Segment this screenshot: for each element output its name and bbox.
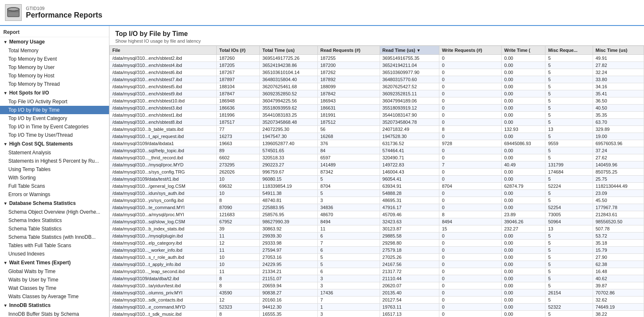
table-cell: 0 <box>439 169 502 176</box>
sidebar-item-schema-table-stats[interactable]: Schema Table Statistics <box>0 225 109 233</box>
table-cell: 273295 <box>217 161 260 169</box>
table-cell: 132.93 <box>502 126 545 133</box>
col-total-ios[interactable]: Total IOs (#) <box>217 46 260 55</box>
col-read-time[interactable]: Read Time (us) ▼ <box>380 46 439 55</box>
table-cell: 0 <box>439 240 502 247</box>
table-cell: 43590 <box>217 289 260 297</box>
report-label: Report <box>0 28 109 37</box>
table-cell: 5 <box>545 83 593 90</box>
sidebar-item-top-io-file-time[interactable]: Top I/O by File by Time <box>0 106 109 114</box>
sidebar-section-db-schema[interactable]: ▼ Database Schema Statistics <box>0 199 109 208</box>
col-read-requests[interactable]: Read Requests (#) <box>317 46 380 55</box>
sidebar-item-total-memory[interactable]: Total Memory <box>0 46 109 55</box>
sidebar-item-errors-warnings[interactable]: Errors or Warnings <box>0 190 109 199</box>
arrow-icon: ▼ <box>3 142 8 146</box>
sidebar-item-top-file-io[interactable]: Top File I/O Activity Report <box>0 97 109 106</box>
table-cell: 36480315770.60 <box>380 76 439 83</box>
sidebar-item-using-temp-tables[interactable]: Using Temp Tables <box>0 165 109 174</box>
table-cell: 0.00 <box>502 62 545 69</box>
table-cell: 36524194211.04 <box>380 62 439 69</box>
table-cell: 181991 <box>317 112 380 119</box>
table-cell: 36.50 <box>593 97 644 105</box>
sidebar-item-schema-table-stats-innodb[interactable]: Schema Table Statistics (with InnoDB... <box>0 233 109 241</box>
sidebar-item-innodb-buffer-schema[interactable]: InnoDB Buffer Stats by Schema <box>0 310 109 317</box>
sidebar-item-top-io-time-event-cat[interactable]: Top I/O in Time by Event Categories <box>0 123 109 131</box>
sidebar-item-global-waits-time[interactable]: Global Waits by Time <box>0 267 109 276</box>
table-cell: 48740.81 <box>260 197 318 204</box>
sidebar-section-hot-spots[interactable]: ▼ Hot Spots for I/O <box>0 88 109 97</box>
table-cell: 5 <box>545 297 593 304</box>
section-innodb-label: InnoDB Statistics <box>9 302 51 308</box>
table-cell: /data/mysql/310...b_table_stats.ibd <box>110 126 217 133</box>
col-misc-reque[interactable]: Misc Reque... <box>545 46 593 55</box>
data-table-container[interactable]: File Total IOs (#) Total Time (us) Read … <box>109 46 644 317</box>
table-cell: 0.00 <box>502 304 545 311</box>
table-cell: 0 <box>439 247 502 254</box>
sidebar-item-tables-full-table-scans[interactable]: Tables with Full Table Scans <box>0 241 109 250</box>
table-cell: 8 <box>439 211 502 218</box>
table-cell: 365103609977.90 <box>380 69 439 76</box>
table-row: /data/mysql/310...ench/sbtest9.ibd187847… <box>110 90 644 97</box>
table-cell: 35.35 <box>593 112 644 119</box>
table-cell: /data/mysql/310...t_sdk_music.ibd <box>110 311 217 317</box>
table-cell: 186631 <box>317 105 380 112</box>
sidebar-item-top-io-event-cat[interactable]: Top I/O by Event Category <box>0 114 109 123</box>
sidebar-item-full-table-scans[interactable]: Full Table Scans <box>0 182 109 190</box>
table-cell: /data/mysql/310..._leap_second.ibd <box>110 268 217 275</box>
sidebar-item-statement-analysis[interactable]: Statement Analysis <box>0 148 109 157</box>
table-cell: /data/mysql/310...ench/sbtest10.ibd <box>110 97 217 105</box>
table-cell: 52323 <box>217 304 260 311</box>
sidebar-item-schema-object-overview[interactable]: Schema Object Overview (High Overhe... <box>0 208 109 216</box>
table-cell: 26154 <box>545 289 593 297</box>
table-cell: 11 <box>217 268 260 275</box>
sidebar-item-statements-highest-5[interactable]: Statements in Highest 5 Percent by Ru... <box>0 157 109 165</box>
sidebar-item-with-sorting[interactable]: With Sorting <box>0 174 109 182</box>
table-cell: 21110.44 <box>380 275 439 282</box>
col-file[interactable]: File <box>110 46 217 55</box>
section-wait-event-label: Wait Event Times (Expert) <box>9 260 71 266</box>
table-cell: 11 <box>217 247 260 254</box>
table-cell: 5 <box>545 254 593 261</box>
table-row: /data/mysql/310...ench/sbtest3.ibd186636… <box>110 105 644 112</box>
sidebar-item-schema-index-stats[interactable]: Schema Index Statistics <box>0 216 109 225</box>
col-misc-time[interactable]: Misc Time (us) <box>593 46 644 55</box>
table-cell: 35.41 <box>593 90 644 97</box>
table-cell: 181996 <box>217 112 260 119</box>
col-write-requests[interactable]: Write Requests (#) <box>439 46 502 55</box>
sidebar-item-waits-classes-avg-time[interactable]: Waits Classes by Average Time <box>0 292 109 301</box>
table-cell: 0 <box>439 97 502 105</box>
section-db-schema-label: Database Schema Statistics <box>9 200 76 206</box>
table-cell: 34.16 <box>593 83 644 90</box>
table-row: /data/mysql/310.../mysql/plugin.ibd11299… <box>110 233 644 240</box>
table-cell: 19763.11 <box>380 304 439 311</box>
sidebar-item-waits-user-time[interactable]: Waits by User by Time <box>0 276 109 284</box>
table-cell: 89 <box>217 147 260 154</box>
sidebar-item-top-memory-host[interactable]: Top Memory by Host <box>0 72 109 80</box>
table-cell: 17436 <box>317 289 380 297</box>
sidebar-item-unused-indexes[interactable]: Unused Indexes <box>0 250 109 258</box>
table-cell: 32423.63 <box>380 218 439 225</box>
sidebar-section-wait-event[interactable]: ▼ Wait Event Times (Expert) <box>0 258 109 267</box>
table-cell: 996759.67 <box>260 169 318 176</box>
table-cell: 376 <box>317 140 380 147</box>
col-total-time[interactable]: Total Time (us) <box>260 46 318 55</box>
sidebar-section-high-cost-sql[interactable]: ▼ High Cost SQL Statements <box>0 139 109 148</box>
sidebar-item-top-memory-event[interactable]: Top Memory by Event <box>0 55 109 63</box>
sidebar-item-top-memory-user[interactable]: Top Memory by User <box>0 63 109 72</box>
table-cell: 16273 <box>217 133 260 140</box>
sidebar-item-top-memory-thread[interactable]: Top Memory by Thread <box>0 80 109 88</box>
col-write-time[interactable]: Write Time ( <box>502 46 545 55</box>
sidebar-item-top-io-user-thread[interactable]: Top I/O Time by User/Thread <box>0 131 109 139</box>
table-cell: 369514916755.35 <box>380 55 439 62</box>
table-cell: 187260 <box>217 55 260 62</box>
table-cell: /data/mysql/310...ench/sbtest6.ibd <box>110 69 217 76</box>
table-cell: 54888.28 <box>380 190 439 197</box>
sidebar-section-innodb[interactable]: ▼ InnoDB Statistics <box>0 301 109 310</box>
sidebar-section-memory-usage[interactable]: ▼ Memory Usage <box>0 37 109 46</box>
table-cell: 36207625427.52 <box>380 83 439 90</box>
table-cell: 320518.33 <box>260 154 318 161</box>
sidebar-item-wait-classes-time[interactable]: Wait Classes by Time <box>0 284 109 292</box>
table-row: /data/mysql/310...s_r_role_auth.ibd10270… <box>110 254 644 261</box>
table-cell: 36524194238.86 <box>260 62 318 69</box>
table-row: /data/mysql/310...t_sdk_music.ibd816555.… <box>110 311 644 317</box>
